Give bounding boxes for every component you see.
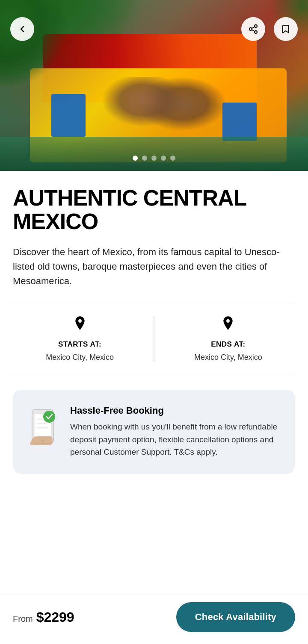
location-divider [154, 316, 154, 362]
ends-value: Mexico City, Mexico [194, 353, 262, 362]
dot-1[interactable] [133, 156, 138, 161]
hero-image [0, 0, 308, 171]
starts-value: Mexico City, Mexico [46, 353, 114, 362]
dot-2[interactable] [142, 156, 147, 161]
start-pin-icon [73, 316, 87, 336]
from-label: From [13, 614, 33, 624]
tour-description: Discover the heart of Mexico, from its f… [13, 245, 295, 288]
dot-5[interactable] [170, 156, 175, 161]
back-button[interactable] [10, 17, 34, 41]
bookmark-button[interactable] [274, 17, 298, 41]
svg-line-3 [252, 30, 255, 32]
start-location: STARTS AT: Mexico City, Mexico [13, 316, 147, 362]
check-availability-button[interactable]: Check Availability [176, 602, 295, 632]
hassle-free-card: Hassle-Free Booking When booking with us… [13, 390, 295, 473]
end-pin-icon [221, 316, 235, 336]
hassle-body: When booking with us you'll benefit from… [70, 421, 282, 458]
phone-booking-icon [26, 405, 60, 448]
price-amount: $2299 [36, 609, 74, 625]
starts-label: STARTS AT: [58, 340, 101, 349]
svg-point-10 [43, 411, 55, 423]
dot-4[interactable] [161, 156, 166, 161]
dot-3[interactable] [151, 156, 157, 161]
image-dots [133, 156, 175, 161]
svg-line-4 [252, 27, 255, 29]
share-button[interactable] [241, 17, 265, 41]
main-content: AUTHENTIC CENTRAL MEXICO Discover the he… [0, 171, 308, 559]
end-location: ENDS AT: Mexico City, Mexico [161, 316, 295, 362]
location-row: STARTS AT: Mexico City, Mexico ENDS AT: … [13, 304, 295, 374]
tour-title: AUTHENTIC CENTRAL MEXICO [13, 186, 295, 233]
ends-label: ENDS AT: [211, 340, 246, 349]
hassle-text: Hassle-Free Booking When booking with us… [70, 405, 282, 458]
bottom-bar: From $2299 Check Availability [0, 594, 308, 644]
price-block: From $2299 [13, 609, 74, 625]
hassle-title: Hassle-Free Booking [70, 405, 282, 416]
